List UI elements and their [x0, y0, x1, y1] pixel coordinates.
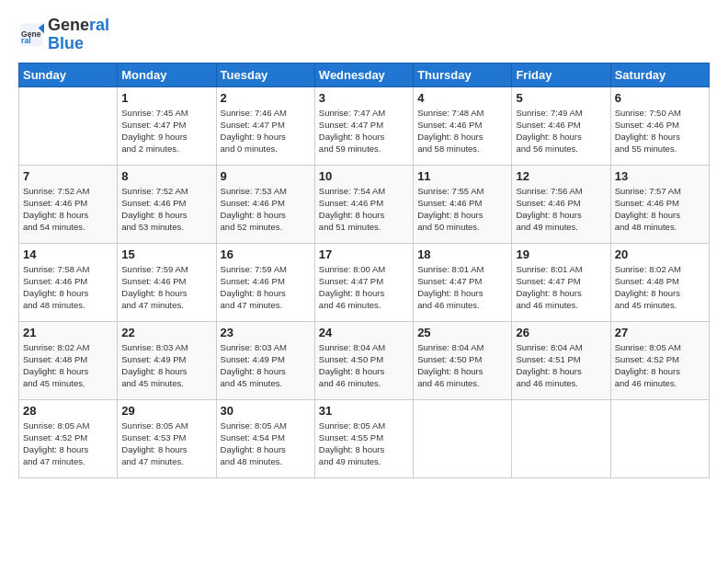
day-info: Sunrise: 8:05 AMSunset: 4:55 PMDaylight:…: [319, 419, 409, 468]
calendar-cell: 10Sunrise: 7:54 AMSunset: 4:46 PMDayligh…: [314, 165, 413, 243]
day-number: 23: [221, 326, 311, 339]
calendar-cell: 31Sunrise: 8:05 AMSunset: 4:55 PMDayligh…: [314, 399, 413, 477]
day-info: Sunrise: 7:57 AMSunset: 4:46 PMDaylight:…: [615, 185, 705, 234]
calendar-cell: 9Sunrise: 7:53 AMSunset: 4:46 PMDaylight…: [216, 165, 314, 243]
day-info: Sunrise: 8:04 AMSunset: 4:50 PMDaylight:…: [417, 341, 507, 390]
weekday-header-cell: Monday: [118, 63, 216, 86]
calendar-cell: 4Sunrise: 7:48 AMSunset: 4:46 PMDaylight…: [414, 86, 512, 165]
calendar-cell: 12Sunrise: 7:56 AMSunset: 4:46 PMDayligh…: [512, 165, 610, 243]
day-number: 31: [319, 404, 409, 418]
day-number: 24: [319, 326, 409, 339]
day-info: Sunrise: 7:45 AMSunset: 4:47 PMDaylight:…: [121, 107, 211, 155]
calendar-body: 1Sunrise: 7:45 AMSunset: 4:47 PMDaylight…: [19, 86, 710, 477]
calendar-cell: 8Sunrise: 7:52 AMSunset: 4:46 PMDaylight…: [118, 165, 216, 243]
calendar-cell: 11Sunrise: 7:55 AMSunset: 4:46 PMDayligh…: [414, 165, 512, 243]
day-info: Sunrise: 7:55 AMSunset: 4:46 PMDaylight:…: [417, 185, 507, 234]
svg-text:ral: ral: [21, 36, 30, 45]
calendar-cell: 5Sunrise: 7:49 AMSunset: 4:46 PMDaylight…: [512, 86, 610, 165]
header: Gene ral GeneralBlue: [18, 17, 710, 53]
day-number: 10: [319, 169, 409, 183]
weekday-header-cell: Tuesday: [216, 63, 314, 86]
day-info: Sunrise: 8:03 AMSunset: 4:49 PMDaylight:…: [121, 341, 211, 390]
logo: Gene ral GeneralBlue: [18, 17, 109, 53]
calendar-cell: 29Sunrise: 8:05 AMSunset: 4:53 PMDayligh…: [118, 399, 216, 477]
day-info: Sunrise: 7:49 AMSunset: 4:46 PMDaylight:…: [516, 107, 606, 155]
day-info: Sunrise: 8:05 AMSunset: 4:53 PMDaylight:…: [121, 419, 211, 468]
day-info: Sunrise: 8:03 AMSunset: 4:49 PMDaylight:…: [221, 341, 311, 390]
day-info: Sunrise: 8:05 AMSunset: 4:52 PMDaylight:…: [615, 341, 705, 390]
calendar-cell: 6Sunrise: 7:50 AMSunset: 4:46 PMDaylight…: [610, 86, 709, 165]
day-number: 7: [23, 169, 113, 183]
calendar-cell: 19Sunrise: 8:01 AMSunset: 4:47 PMDayligh…: [512, 243, 610, 321]
calendar-cell: 17Sunrise: 8:00 AMSunset: 4:47 PMDayligh…: [314, 243, 413, 321]
calendar-cell: 16Sunrise: 7:59 AMSunset: 4:46 PMDayligh…: [216, 243, 314, 321]
weekday-header-cell: Saturday: [610, 63, 709, 86]
day-info: Sunrise: 7:53 AMSunset: 4:46 PMDaylight:…: [221, 185, 311, 234]
day-info: Sunrise: 8:04 AMSunset: 4:51 PMDaylight:…: [516, 341, 606, 390]
day-info: Sunrise: 7:52 AMSunset: 4:46 PMDaylight:…: [121, 185, 211, 234]
weekday-header-cell: Sunday: [19, 63, 118, 86]
day-info: Sunrise: 7:54 AMSunset: 4:46 PMDaylight:…: [319, 185, 409, 234]
calendar-cell: 14Sunrise: 7:58 AMSunset: 4:46 PMDayligh…: [19, 243, 118, 321]
day-info: Sunrise: 7:48 AMSunset: 4:46 PMDaylight:…: [417, 107, 507, 155]
day-number: 1: [121, 91, 211, 105]
day-number: 20: [615, 247, 705, 261]
calendar-cell: 15Sunrise: 7:59 AMSunset: 4:46 PMDayligh…: [118, 243, 216, 321]
day-info: Sunrise: 8:00 AMSunset: 4:47 PMDaylight:…: [319, 263, 409, 312]
calendar-table: SundayMondayTuesdayWednesdayThursdayFrid…: [18, 63, 710, 478]
day-info: Sunrise: 7:59 AMSunset: 4:46 PMDaylight:…: [221, 263, 311, 312]
day-number: 5: [516, 91, 606, 105]
calendar-cell: [19, 86, 118, 165]
day-info: Sunrise: 8:01 AMSunset: 4:47 PMDaylight:…: [516, 263, 606, 312]
calendar-cell: 2Sunrise: 7:46 AMSunset: 4:47 PMDaylight…: [216, 86, 314, 165]
day-number: 29: [121, 404, 211, 418]
day-info: Sunrise: 7:46 AMSunset: 4:47 PMDaylight:…: [221, 107, 311, 155]
day-number: 26: [516, 326, 606, 339]
day-info: Sunrise: 7:58 AMSunset: 4:46 PMDaylight:…: [23, 263, 113, 312]
calendar-week-row: 28Sunrise: 8:05 AMSunset: 4:52 PMDayligh…: [19, 399, 710, 477]
weekday-header-row: SundayMondayTuesdayWednesdayThursdayFrid…: [19, 63, 710, 86]
day-number: 13: [615, 169, 705, 183]
day-number: 9: [221, 169, 311, 183]
day-number: 15: [121, 247, 211, 261]
day-number: 2: [221, 91, 311, 105]
calendar-cell: [610, 399, 709, 477]
day-number: 11: [417, 169, 507, 183]
calendar-cell: 27Sunrise: 8:05 AMSunset: 4:52 PMDayligh…: [610, 321, 709, 399]
calendar-week-row: 14Sunrise: 7:58 AMSunset: 4:46 PMDayligh…: [19, 243, 710, 321]
calendar-week-row: 21Sunrise: 8:02 AMSunset: 4:48 PMDayligh…: [19, 321, 710, 399]
calendar-cell: [512, 399, 610, 477]
day-number: 3: [319, 91, 409, 105]
day-number: 6: [615, 91, 705, 105]
day-number: 25: [417, 326, 507, 339]
weekday-header-cell: Thursday: [414, 63, 512, 86]
day-number: 30: [221, 404, 311, 418]
day-info: Sunrise: 8:05 AMSunset: 4:52 PMDaylight:…: [23, 419, 113, 468]
day-info: Sunrise: 8:04 AMSunset: 4:50 PMDaylight:…: [319, 341, 409, 390]
calendar-cell: 24Sunrise: 8:04 AMSunset: 4:50 PMDayligh…: [314, 321, 413, 399]
day-number: 4: [417, 91, 507, 105]
calendar-cell: 7Sunrise: 7:52 AMSunset: 4:46 PMDaylight…: [19, 165, 118, 243]
calendar-cell: 26Sunrise: 8:04 AMSunset: 4:51 PMDayligh…: [512, 321, 610, 399]
calendar-cell: 18Sunrise: 8:01 AMSunset: 4:47 PMDayligh…: [414, 243, 512, 321]
day-number: 19: [516, 247, 606, 261]
calendar-cell: 1Sunrise: 7:45 AMSunset: 4:47 PMDaylight…: [118, 86, 216, 165]
day-info: Sunrise: 7:50 AMSunset: 4:46 PMDaylight:…: [615, 107, 705, 155]
day-number: 8: [121, 169, 211, 183]
day-number: 28: [23, 404, 113, 418]
day-number: 21: [23, 326, 113, 339]
calendar-cell: 25Sunrise: 8:04 AMSunset: 4:50 PMDayligh…: [414, 321, 512, 399]
day-info: Sunrise: 8:02 AMSunset: 4:48 PMDaylight:…: [615, 263, 705, 312]
calendar-page: Gene ral GeneralBlue SundayMondayTuesday…: [0, 0, 728, 563]
day-number: 27: [615, 326, 705, 339]
day-info: Sunrise: 8:02 AMSunset: 4:48 PMDaylight:…: [23, 341, 113, 390]
day-number: 17: [319, 247, 409, 261]
day-number: 12: [516, 169, 606, 183]
logo-icon: Gene ral: [18, 22, 44, 48]
calendar-week-row: 7Sunrise: 7:52 AMSunset: 4:46 PMDaylight…: [19, 165, 710, 243]
day-info: Sunrise: 7:59 AMSunset: 4:46 PMDaylight:…: [121, 263, 211, 312]
weekday-header-cell: Wednesday: [314, 63, 413, 86]
day-number: 16: [221, 247, 311, 261]
day-info: Sunrise: 7:52 AMSunset: 4:46 PMDaylight:…: [23, 185, 113, 234]
weekday-header-cell: Friday: [512, 63, 610, 86]
